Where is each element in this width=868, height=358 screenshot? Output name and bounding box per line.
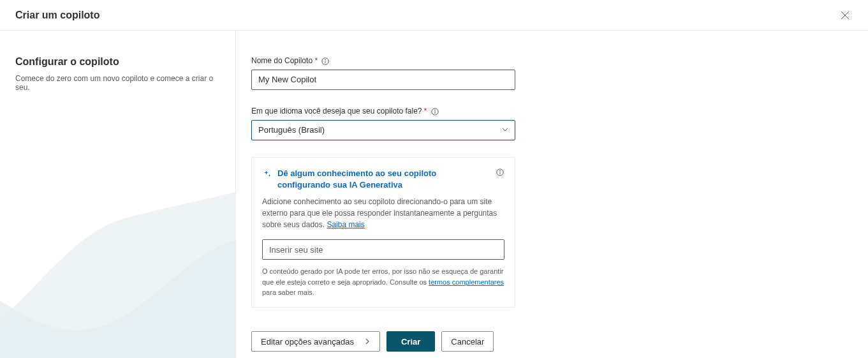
info-icon[interactable] [321,57,330,66]
edit-advanced-label: Editar opções avançadas [261,337,354,347]
name-input[interactable] [251,70,515,90]
sparkle-icon [262,169,272,179]
svg-point-6 [434,110,435,110]
edit-advanced-button[interactable]: Editar opções avançadas [251,331,380,352]
name-label-text: Nome do Copiloto [251,56,313,65]
language-label: Em que idioma você deseja que seu copilo… [251,107,515,116]
wave-background [0,192,235,358]
required-asterisk: * [314,56,318,65]
language-label-text: Em que idioma você deseja que seu copilo… [251,107,422,116]
sidebar-title: Configurar o copiloto [15,56,220,68]
knowledge-header: Dê algum conhecimento ao seu copiloto co… [262,168,504,191]
info-icon[interactable] [430,107,439,116]
dialog-header: Criar um copiloto [0,0,868,31]
form-content: Nome do Copiloto * Em que idioma você de… [236,31,868,358]
knowledge-description: Adicione conhecimento ao seu copiloto di… [262,196,504,230]
close-button[interactable] [835,5,855,26]
chevron-right-icon [364,337,371,347]
name-field-group: Nome do Copiloto * [251,56,515,90]
disclaimer: O conteúdo gerado por IA pode ter erros,… [262,266,504,298]
site-input[interactable] [262,239,504,260]
sidebar-subtitle: Comece do zero com um novo copiloto e co… [15,74,220,92]
svg-point-3 [325,59,326,60]
language-field-group: Em que idioma você deseja que seu copilo… [251,107,515,140]
main-container: Configurar o copiloto Comece do zero com… [0,31,868,358]
footer-actions: Editar opções avançadas Criar Cancelar [251,331,494,352]
create-button[interactable]: Criar [386,331,435,352]
language-select[interactable]: Português (Brasil) [251,120,515,140]
learn-more-link[interactable]: Saiba mais [327,220,364,229]
info-icon[interactable] [496,168,504,177]
language-select-value: Português (Brasil) [258,125,325,135]
knowledge-title: Dê algum conhecimento ao seu copiloto co… [277,168,490,191]
cancel-button[interactable]: Cancelar [441,331,494,352]
svg-point-9 [500,170,501,171]
sidebar: Configurar o copiloto Comece do zero com… [0,31,236,358]
close-icon [841,11,850,20]
terms-link[interactable]: termos complementares [429,278,504,286]
disclaimer-suffix: para saber mais. [262,288,314,296]
knowledge-desc-text: Adicione conhecimento ao seu copiloto di… [262,197,497,229]
required-asterisk: * [424,107,427,116]
name-label: Nome do Copiloto * [251,56,515,66]
knowledge-card: Dê algum conhecimento ao seu copiloto co… [251,157,515,308]
dialog-title: Criar um copiloto [15,10,99,21]
language-select-wrapper: Português (Brasil) [251,120,515,140]
